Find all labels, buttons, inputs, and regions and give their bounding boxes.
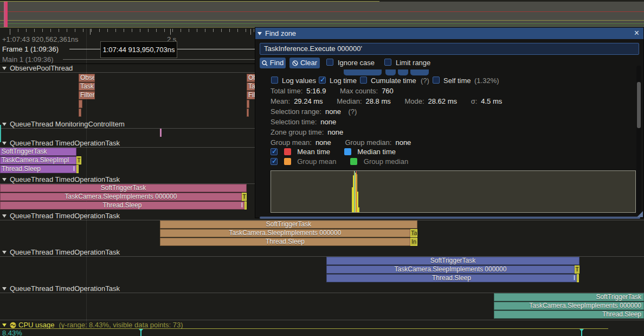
collapse-arrow-icon[interactable] xyxy=(2,123,7,126)
zone-bar[interactable]: SoftTriggerTask xyxy=(494,293,644,301)
collapse-arrow-icon[interactable] xyxy=(2,251,7,254)
group-mean-checkbox[interactable] xyxy=(271,158,278,165)
cumulate-hint: (?) xyxy=(421,77,429,85)
group-median-label: Group median xyxy=(364,157,408,166)
zone-bar[interactable]: TaskCamera.SleepImpl xyxy=(0,156,76,164)
cpu-usage-header[interactable]: CPU usage(y-range: 8.43%, visible data p… xyxy=(0,321,644,329)
cpu-data-marker[interactable] xyxy=(579,329,583,336)
search-match-zone[interactable] xyxy=(577,274,579,282)
search-match-zone[interactable]: T xyxy=(76,156,81,164)
time-tooltip: 1:07:44 913,950,703ns xyxy=(100,41,177,58)
clipped-button[interactable] xyxy=(385,69,396,75)
ignore-case-label: Ignore case xyxy=(338,59,375,67)
frame-marker-current[interactable] xyxy=(5,2,8,27)
self-time-checkbox[interactable] xyxy=(433,77,440,84)
collapse-arrow-icon[interactable] xyxy=(2,142,7,145)
ruler-major-tick xyxy=(90,29,91,35)
frame-overview-band[interactable] xyxy=(0,0,644,27)
stats-row-mean: Mean:29.24 ms Median:28.8 ms Mode:28.62 … xyxy=(271,97,502,105)
limit-range-checkbox[interactable] xyxy=(384,59,391,66)
collapse-arrow-icon[interactable] xyxy=(2,214,7,218)
dialog-scrollbar-thumb[interactable] xyxy=(637,82,641,128)
zone-bar[interactable]: TaskF xyxy=(79,83,95,91)
dialog-bottom-edge[interactable] xyxy=(260,217,640,219)
collapse-arrow-icon[interactable] xyxy=(2,178,7,181)
zone-bar[interactable]: Filter xyxy=(79,91,95,99)
zone-bar[interactable] xyxy=(160,129,162,137)
zone-bar[interactable]: Thread.Sleep xyxy=(494,310,644,319)
collapse-arrow-icon[interactable] xyxy=(2,287,7,290)
log-time-checkbox[interactable] xyxy=(319,77,326,84)
zone-bar[interactable]: TaskCamera.SleepImplements 000000 xyxy=(326,265,575,274)
zone-bar[interactable]: Obse xyxy=(79,74,95,82)
ignore-case-checkbox[interactable] xyxy=(326,59,333,66)
main-row-label[interactable]: Main 1 (1:09:36) xyxy=(2,55,54,64)
search-match-zone[interactable] xyxy=(244,201,247,210)
frame-row-label[interactable]: Frame 1 (1:09:36) xyxy=(2,45,59,53)
zone-bar[interactable]: Thread.Sleep xyxy=(160,238,410,246)
cpu-range-value: 8.43% xyxy=(2,329,22,336)
cpu-data-marker[interactable] xyxy=(139,329,143,336)
clipped-button[interactable] xyxy=(344,69,382,75)
zone-bar[interactable]: SoftTriggerTask xyxy=(160,220,417,229)
tracy-profiler-window: +1:07:43 920,562,361ns 2 s Frame 1 (1:09… xyxy=(0,0,644,336)
zone-bar[interactable]: Thread.SleepI xyxy=(0,165,76,173)
zone-time-histogram[interactable] xyxy=(271,170,636,213)
plot-icon xyxy=(10,322,16,328)
median-time-swatch xyxy=(344,148,351,155)
self-time-label: Self time xyxy=(443,77,471,85)
median-time-label: Median time xyxy=(357,148,396,156)
search-match-zone[interactable]: T xyxy=(242,193,247,201)
collapse-arrow-icon[interactable] xyxy=(2,324,7,327)
search-input[interactable]: TaskInference.Execute 000000' xyxy=(260,43,639,55)
zone-bar[interactable]: SoftTriggerTask xyxy=(0,184,247,192)
mean-line xyxy=(356,171,357,212)
zone-bar[interactable]: Thread.SleepI xyxy=(0,201,244,210)
mean-time-label: Mean time xyxy=(297,148,330,156)
collapse-arrow-icon[interactable] xyxy=(2,67,7,70)
mean-time-checkbox[interactable] xyxy=(271,148,278,155)
resize-grip[interactable] xyxy=(637,211,643,217)
find-zone-dialog: Find zone × TaskInference.Execute 000000… xyxy=(255,27,644,218)
zone-bar[interactable] xyxy=(79,109,81,117)
group-median-swatch xyxy=(350,158,357,165)
zone-bar[interactable]: TaskCamera.SleepImplements 000000 xyxy=(0,193,242,201)
median-line xyxy=(355,171,355,212)
clipped-button[interactable] xyxy=(410,69,429,75)
mean-time-swatch xyxy=(284,148,291,155)
stats-row-selection-range: Selection range:none (?) xyxy=(271,107,357,116)
search-match-zone[interactable] xyxy=(76,165,79,173)
clear-button[interactable]: Clear xyxy=(289,58,320,68)
cpu-separator xyxy=(0,320,644,320)
clipped-button[interactable] xyxy=(398,69,408,75)
collapse-arrow-icon[interactable] xyxy=(257,32,262,35)
band-top-line xyxy=(0,1,379,2)
ruler-major-tick xyxy=(170,29,171,35)
histogram-bar xyxy=(358,207,359,212)
zone-bar[interactable]: SoftTriggerTask xyxy=(0,148,76,156)
limit-range-label: Limit range xyxy=(396,59,430,67)
find-button[interactable]: Find xyxy=(260,58,286,68)
search-match-zone[interactable]: T xyxy=(575,265,579,274)
cumulate-time-checkbox[interactable] xyxy=(360,77,367,84)
group-mean-swatch xyxy=(284,158,291,165)
zone-bar[interactable]: SoftTriggerTask xyxy=(326,257,579,265)
search-match-zone[interactable]: In xyxy=(410,238,417,246)
find-zone-titlebar[interactable]: Find zone × xyxy=(255,28,643,39)
thread-header-timedop-5[interactable]: QueueThread TimedOperationTask xyxy=(0,284,644,293)
zone-bar[interactable]: TaskCamera.SleepImplements 000000 xyxy=(494,302,644,310)
close-icon[interactable]: × xyxy=(634,28,639,39)
zone-bar[interactable] xyxy=(247,100,249,108)
log-values-checkbox[interactable] xyxy=(271,77,278,84)
self-time-pct: (1.32%) xyxy=(474,77,499,85)
timeline-ruler-ticks[interactable] xyxy=(10,29,255,32)
thread-header-timedop-4[interactable]: QueueThread TimedOperationTask xyxy=(0,248,644,257)
zone-bar[interactable] xyxy=(79,100,82,108)
log-time-label: Log time xyxy=(330,77,357,85)
search-match-zone[interactable]: Ta xyxy=(410,229,417,237)
zone-bar[interactable]: TaskCamera.SleepImplements 000000 xyxy=(160,229,410,237)
zone-bar[interactable]: Thread.SleepI xyxy=(326,274,577,282)
ban-icon xyxy=(292,60,298,66)
band-bottom-line xyxy=(0,27,255,28)
zone-bar[interactable] xyxy=(247,109,249,117)
